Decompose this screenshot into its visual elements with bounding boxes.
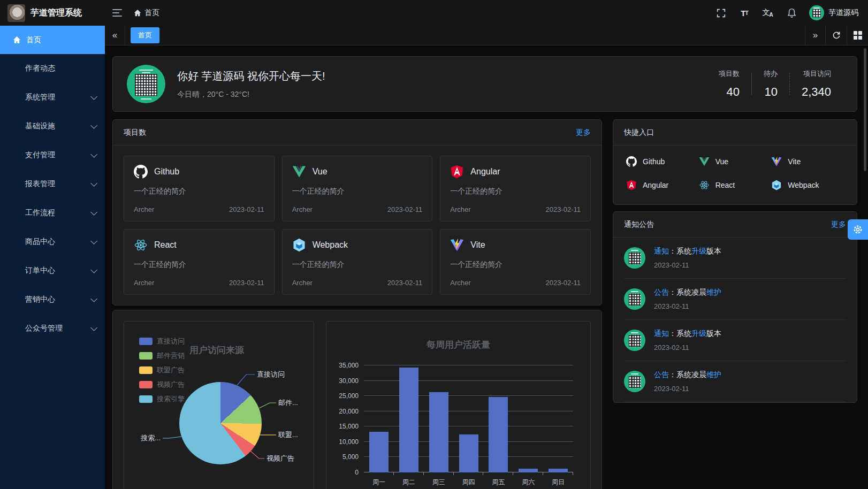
stat-label: 待办 bbox=[764, 69, 778, 79]
user-name: 芋道源码 bbox=[828, 8, 858, 18]
y-axis-tick: 25,000 bbox=[339, 392, 359, 400]
projects-title: 项目数 bbox=[124, 128, 146, 137]
sidebar-item-label: 作者动态 bbox=[25, 64, 55, 73]
shortcut-Webpack[interactable]: Webpack bbox=[771, 180, 844, 190]
bar-周五[interactable] bbox=[489, 397, 508, 472]
notice-item[interactable]: 公告：系统凌晨维护2023-02-11 bbox=[624, 361, 846, 402]
pie-chart[interactable] bbox=[179, 382, 262, 464]
project-date: 2023-02-11 bbox=[387, 279, 423, 287]
x-axis-tick bbox=[573, 472, 573, 475]
tabs-scroll-left-icon[interactable]: « bbox=[105, 26, 125, 45]
bar-slot-周六: 周六 bbox=[513, 365, 543, 472]
project-name: Vite bbox=[470, 240, 485, 250]
notices-more-link[interactable]: 更多 bbox=[831, 220, 846, 230]
welcome-stats: 项目数40待办10项目访问2,340 bbox=[707, 69, 843, 99]
legend-item-邮件营销[interactable]: 邮件营销 bbox=[139, 351, 185, 361]
layout-grid-icon[interactable] bbox=[847, 26, 868, 45]
project-card-Github[interactable]: Github一个正经的简介Archer2023-02-11 bbox=[124, 156, 275, 221]
shortcut-React[interactable]: React bbox=[699, 180, 772, 190]
bar-周一[interactable] bbox=[369, 432, 389, 472]
project-card-Vite[interactable]: Vite一个正经的简介Archer2023-02-11 bbox=[440, 229, 591, 295]
project-desc: 一个正经的简介 bbox=[292, 187, 423, 196]
logo-area: 芋道管理系统 bbox=[0, 4, 105, 22]
shortcut-Vue[interactable]: Vue bbox=[699, 156, 772, 167]
vue-icon bbox=[292, 165, 306, 179]
notice-title: 通知：系统升级版本 bbox=[654, 329, 721, 339]
fullscreen-icon[interactable] bbox=[715, 7, 727, 19]
project-card-React[interactable]: React一个正经的简介Archer2023-02-11 bbox=[124, 229, 275, 295]
x-axis-tick bbox=[513, 472, 513, 475]
settings-button[interactable] bbox=[848, 219, 868, 240]
shortcut-label: Github bbox=[643, 157, 665, 166]
bar-周日[interactable] bbox=[549, 469, 568, 472]
language-icon[interactable]: 文A bbox=[762, 7, 774, 19]
sidebar-item-订单中心[interactable]: 订单中心 bbox=[0, 256, 105, 285]
sidebar-item-营销中心[interactable]: 营销中心 bbox=[0, 285, 105, 314]
notice-date: 2023-02-11 bbox=[654, 385, 721, 393]
legend-label: 视频广告 bbox=[157, 380, 185, 389]
project-desc: 一个正经的简介 bbox=[134, 187, 264, 196]
sidebar-item-作者动态[interactable]: 作者动态 bbox=[0, 54, 105, 83]
project-card-Angular[interactable]: Angular一个正经的简介Archer2023-02-11 bbox=[440, 156, 591, 221]
sidebar-item-公众号管理[interactable]: 公众号管理 bbox=[0, 314, 105, 343]
project-card-Vue[interactable]: Vue一个正经的简介Archer2023-02-11 bbox=[282, 156, 433, 221]
app-logo[interactable] bbox=[7, 4, 25, 22]
pie-callout-label: 视频广告 bbox=[267, 454, 294, 462]
breadcrumb[interactable]: 首页 bbox=[134, 8, 159, 18]
stat-label: 项目访问 bbox=[802, 69, 831, 79]
angular-icon bbox=[450, 165, 464, 179]
stat-value: 40 bbox=[719, 85, 740, 99]
webpack-icon bbox=[771, 180, 782, 190]
shortcuts-card: 快捷入口 GithubVueViteAngularReactWebpack bbox=[613, 119, 857, 205]
projects-card: 项目数 更多 Github一个正经的简介Archer2023-02-11Vue一… bbox=[112, 119, 602, 305]
user-qr-avatar bbox=[127, 65, 165, 103]
y-axis-tick: 0 bbox=[355, 469, 359, 476]
x-axis-tick bbox=[393, 472, 394, 475]
legend-item-视频广告[interactable]: 视频广告 bbox=[139, 380, 185, 389]
bar-周二[interactable] bbox=[399, 368, 418, 472]
bar-周六[interactable] bbox=[519, 469, 538, 472]
sidebar-item-基础设施[interactable]: 基础设施 bbox=[0, 112, 105, 141]
chevron-down-icon bbox=[90, 324, 97, 331]
shortcut-Github[interactable]: Github bbox=[626, 156, 699, 167]
shortcut-Angular[interactable]: Angular bbox=[626, 180, 699, 190]
sidebar-item-工作流程[interactable]: 工作流程 bbox=[0, 198, 105, 227]
sidebar-item-label: 基础设施 bbox=[25, 121, 55, 131]
project-card-Webpack[interactable]: Webpack一个正经的简介Archer2023-02-11 bbox=[282, 229, 433, 295]
legend-item-搜索引擎[interactable]: 搜索引擎 bbox=[139, 394, 185, 404]
project-date: 2023-02-11 bbox=[229, 279, 264, 287]
notice-item[interactable]: 通知：系统升级版本2023-02-11 bbox=[624, 320, 846, 361]
legend-item-直接访问[interactable]: 直接访问 bbox=[139, 337, 185, 346]
chevron-down-icon bbox=[90, 122, 97, 129]
menu-fold-icon[interactable] bbox=[112, 9, 122, 17]
sidebar-item-首页[interactable]: 首页 bbox=[0, 26, 105, 54]
tab-home[interactable]: 首页 bbox=[131, 27, 159, 43]
user-menu[interactable]: 芋道源码 bbox=[809, 5, 858, 20]
project-desc: 一个正经的简介 bbox=[450, 187, 581, 196]
page-scrollbar[interactable] bbox=[864, 48, 866, 171]
sidebar-item-商品中心[interactable]: 商品中心 bbox=[0, 227, 105, 256]
bar-slot-周二: 周二 bbox=[394, 365, 424, 472]
stat-项目数: 项目数40 bbox=[707, 69, 751, 99]
projects-more-link[interactable]: 更多 bbox=[576, 128, 591, 137]
bell-icon[interactable] bbox=[786, 7, 797, 19]
bar-周四[interactable] bbox=[459, 434, 478, 472]
shortcut-label: Vite bbox=[788, 157, 801, 166]
home-icon bbox=[134, 9, 141, 17]
shortcut-Vite[interactable]: Vite bbox=[771, 156, 844, 167]
project-desc: 一个正经的简介 bbox=[450, 260, 581, 270]
bar-chart[interactable]: 05,00010,00015,00020,00025,00030,00035,0… bbox=[364, 365, 573, 472]
legend-item-联盟广告[interactable]: 联盟广告 bbox=[139, 365, 185, 375]
refresh-icon[interactable] bbox=[825, 26, 847, 45]
notice-item[interactable]: 公告：系统凌晨维护2023-02-11 bbox=[624, 279, 846, 320]
tabs-scroll-right-icon[interactable]: » bbox=[805, 26, 825, 45]
notice-avatar bbox=[624, 247, 645, 269]
sidebar-item-报表管理[interactable]: 报表管理 bbox=[0, 170, 105, 198]
font-size-icon[interactable]: TT bbox=[738, 7, 750, 19]
notice-item[interactable]: 通知：系统升级版本2023-02-11 bbox=[624, 238, 846, 279]
sidebar-item-系统管理[interactable]: 系统管理 bbox=[0, 83, 105, 112]
webpack-icon bbox=[292, 238, 306, 252]
sidebar-item-label: 营销中心 bbox=[25, 295, 55, 304]
sidebar-item-支付管理[interactable]: 支付管理 bbox=[0, 141, 105, 170]
bar-周三[interactable] bbox=[429, 392, 448, 472]
